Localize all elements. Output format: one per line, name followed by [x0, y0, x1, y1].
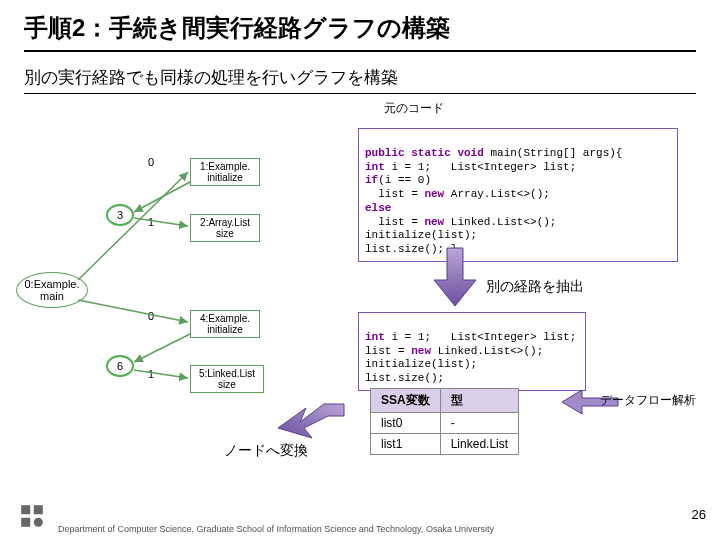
label: 5:Linked.List size: [199, 368, 255, 390]
extracted-path-code: int i = 1; List<Integer> list; list = ne…: [358, 312, 586, 391]
graph-bottom-edge0: 0: [148, 310, 154, 322]
graph-bottom-node-2: 5:Linked.List size: [190, 365, 264, 393]
footer-text: Department of Computer Science, Graduate…: [0, 524, 720, 534]
label: 4:Example. initialize: [200, 313, 250, 335]
svg-line-5: [134, 370, 188, 378]
ssa-th-type: 型: [440, 389, 518, 413]
graph-top-edge0: 0: [148, 156, 154, 168]
svg-line-0: [78, 172, 188, 280]
label: 2:Array.List size: [200, 217, 250, 239]
graph-top-leaf: 3: [106, 204, 134, 226]
table-row: list1 Linked.List: [371, 434, 519, 455]
down-arrow-icon: [430, 246, 480, 310]
source-code-label: 元のコード: [384, 100, 696, 117]
svg-line-4: [134, 334, 190, 362]
slide-title: 手順2：手続き間実行経路グラフの構築: [24, 12, 696, 52]
graph-top-edge1: 1: [148, 216, 154, 228]
label: 1:Example. initialize: [200, 161, 250, 183]
annot-node-convert: ノードへ変換: [224, 442, 308, 460]
slide-subtitle: 別の実行経路でも同様の処理を行いグラフを構築: [24, 66, 696, 94]
label: 6: [117, 360, 123, 372]
ssa-th-var: SSA変数: [371, 389, 441, 413]
ssa-table: SSA変数 型 list0 - list1 Linked.List: [370, 388, 519, 455]
graph-bottom-edge1: 1: [148, 368, 154, 380]
svg-line-3: [78, 300, 188, 322]
source-code-box: public static void main(String[] args){ …: [358, 128, 678, 262]
table-row: list0 -: [371, 413, 519, 434]
graph-bottom-node-1: 4:Example. initialize: [190, 310, 260, 338]
svg-line-1: [134, 182, 190, 212]
label: 3: [117, 209, 123, 221]
graph-root-label: 0:Example. main: [24, 278, 79, 302]
svg-line-2: [134, 218, 188, 226]
graph-root-node: 0:Example. main: [16, 272, 88, 308]
annot-extract-path: 別の経路を抽出: [486, 278, 584, 296]
graph-top-node-1: 1:Example. initialize: [190, 158, 260, 186]
left-arrow-icon: [276, 398, 346, 442]
graph-top-node-2: 2:Array.List size: [190, 214, 260, 242]
graph-bottom-leaf: 6: [106, 355, 134, 377]
annot-dataflow: データフロー解析: [600, 392, 696, 409]
page-number: 26: [692, 507, 706, 522]
